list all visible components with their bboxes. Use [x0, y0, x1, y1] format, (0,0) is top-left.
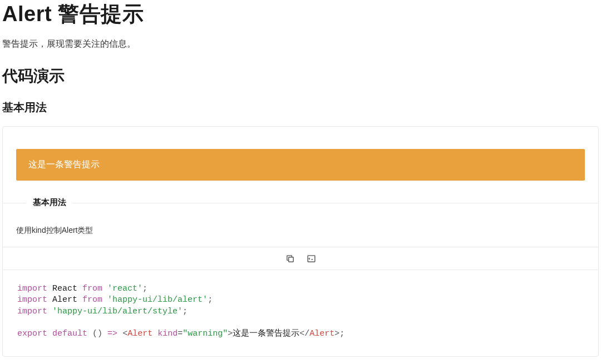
code-tok: 'happy-ui/lib/alert/style' — [52, 307, 183, 316]
code-tok: < — [122, 329, 127, 338]
code-tok: > — [334, 329, 339, 338]
code-tok: ; — [208, 295, 213, 305]
demo-meta-title: 基本用法 — [26, 197, 73, 208]
code-tok: ; — [339, 329, 344, 338]
code-tok: import — [17, 307, 47, 316]
code-tok: Alert — [127, 329, 152, 338]
code-tok: React — [52, 284, 77, 293]
code-tok: 这是一条警告提示 — [233, 329, 299, 338]
code-tok: Alert — [52, 295, 77, 305]
code-tok: Alert — [309, 329, 334, 338]
code-tok: ; — [183, 307, 188, 316]
toggle-code-icon[interactable] — [306, 253, 317, 264]
demo-actions — [3, 247, 598, 270]
svg-rect-0 — [288, 257, 293, 262]
demo-meta: 基本用法 使用kind控制Alert类型 — [3, 203, 598, 247]
code-tok: import — [17, 284, 47, 293]
code-tok: > — [228, 329, 233, 338]
code-tok: () — [92, 329, 102, 338]
code-tok: = — [178, 329, 183, 338]
code-tok: import — [17, 295, 47, 305]
code-tok: 'react' — [107, 284, 142, 293]
code-tok: default — [52, 329, 87, 338]
basic-usage-heading: 基本用法 — [2, 100, 599, 115]
copy-icon[interactable] — [284, 253, 295, 264]
demo-preview: 这是一条警告提示 — [3, 127, 598, 203]
demo-code: import React from 'react'; import Alert … — [3, 270, 598, 356]
code-tok: from — [82, 284, 102, 293]
code-tok: from — [82, 295, 102, 305]
code-tok: 'happy-ui/lib/alert' — [107, 295, 208, 305]
demo-meta-desc: 使用kind控制Alert类型 — [16, 226, 585, 236]
code-tok: ; — [142, 284, 147, 293]
code-tok: "warning" — [183, 329, 228, 338]
demo-card: 这是一条警告提示 基本用法 使用kind控制Alert类型 import Rea… — [2, 126, 599, 357]
page-title: Alert 警告提示 — [2, 0, 599, 28]
code-tok: export — [17, 329, 47, 338]
code-demo-heading: 代码演示 — [2, 66, 599, 87]
code-tok: </ — [299, 329, 309, 338]
code-tok: => — [107, 329, 117, 338]
alert-warning: 这是一条警告提示 — [16, 149, 585, 181]
page-subtitle: 警告提示，展现需要关注的信息。 — [2, 38, 599, 50]
code-tok: kind — [157, 329, 178, 338]
